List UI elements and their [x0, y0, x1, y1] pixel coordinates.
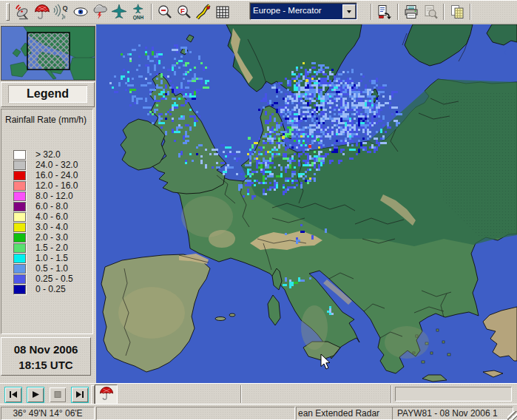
satellite-button[interactable]	[13, 2, 33, 21]
legend-color-swatch	[13, 285, 26, 294]
play-button[interactable]	[27, 387, 44, 403]
satellite-dish-icon	[15, 4, 31, 20]
printer-icon	[403, 4, 419, 20]
legend-entry-label: 8.0 - 12.0	[36, 191, 73, 201]
legend-subtitle: Rainfall Rate (mm/h)	[1, 109, 92, 125]
legend-entry: 24.0 - 32.0	[1, 160, 92, 170]
play-icon	[31, 390, 40, 400]
weather-radar-app: Q QNH F Europe - Mercator	[0, 0, 517, 420]
legend-entry-label: 12.0 - 16.0	[36, 180, 78, 191]
svg-text:QNH: QNH	[133, 15, 144, 20]
legend-color-swatch	[13, 202, 26, 211]
print-button[interactable]	[402, 2, 421, 21]
legend-color-swatch	[13, 233, 26, 243]
toolbar-separator	[371, 4, 372, 20]
overview-map-image	[1, 27, 95, 80]
legend-entry: > 32.0	[1, 149, 92, 160]
zoom-full-icon: F	[176, 4, 192, 20]
legend-entry: 1.0 - 1.5	[1, 253, 92, 263]
overview-map[interactable]	[1, 26, 95, 81]
legend-entry: 0.25 - 0.5	[1, 274, 92, 284]
step-back-icon	[9, 390, 18, 400]
radar-overlay	[96, 24, 517, 383]
umbrella-icon	[99, 386, 114, 403]
view-extent-rect[interactable]	[27, 33, 70, 70]
legend-title: Legend	[8, 85, 87, 103]
toolbar-separator	[240, 385, 242, 403]
mouse-cursor	[320, 354, 331, 370]
map-viewport[interactable]	[96, 24, 517, 383]
qnh-button[interactable]: QNH	[129, 2, 148, 21]
grid-button[interactable]	[213, 2, 232, 21]
legend-entry: 8.0 - 12.0	[1, 191, 92, 201]
step-forward-button[interactable]	[71, 387, 89, 403]
zoom-out-button[interactable]	[155, 2, 175, 21]
legend-entry-label: > 32.0	[36, 149, 61, 160]
legend-color-swatch	[13, 160, 26, 170]
product-name: ean Extended Radar	[296, 407, 393, 420]
legend-entry-label: 16.0 - 24.0	[36, 170, 78, 180]
toolbar-separator	[391, 385, 392, 403]
projection-dropdown[interactable]: Europe - Mercator	[250, 3, 357, 20]
dropdown-arrow-button[interactable]	[342, 4, 356, 18]
toolbar-separator	[470, 4, 471, 20]
zoom-full-button[interactable]: F	[175, 2, 194, 21]
legend-entry: 12.0 - 16.0	[1, 180, 92, 191]
legend-entries: > 32.0 24.0 - 32.0 16.0 - 24.0 12.0 - 16…	[1, 149, 92, 294]
legend-color-swatch	[13, 212, 26, 222]
stop-button[interactable]	[49, 387, 67, 403]
flight-button[interactable]	[109, 2, 129, 21]
airplane-qnh-icon: QNH	[130, 4, 146, 20]
chevron-down-icon	[347, 10, 351, 13]
grid-icon	[214, 4, 231, 20]
legend-title-panel: Legend	[1, 82, 95, 107]
date-text: 08 Nov 2006	[1, 342, 90, 357]
legend-entry: 0 - 0.25	[1, 284, 92, 294]
stop-icon	[53, 390, 62, 400]
precipitation-layer-toggle[interactable]	[95, 385, 118, 404]
toolbar-text-field[interactable]	[395, 387, 512, 402]
legend-entry-label: 1.0 - 1.5	[36, 253, 68, 263]
storm-cloud-icon	[92, 4, 108, 20]
projection-value: Europe - Mercator	[253, 6, 322, 15]
legend-entry-label: 6.0 - 8.0	[36, 201, 68, 211]
resize-grip[interactable]	[507, 411, 517, 420]
svg-text:F: F	[180, 6, 185, 14]
legend-entry-label: 0.25 - 0.5	[36, 274, 73, 284]
sidebar: Legend Rainfall Rate (mm/h) > 32.0 24.0 …	[0, 24, 98, 383]
export-button[interactable]	[375, 2, 394, 21]
toolbar-grip[interactable]	[6, 3, 10, 21]
legend-color-swatch	[13, 192, 26, 201]
legend-entry: 0.5 - 1.0	[1, 263, 92, 274]
export-icon	[376, 4, 393, 20]
copy-button[interactable]	[447, 2, 467, 21]
legend-entry: 6.0 - 8.0	[1, 201, 92, 211]
airplane-icon	[111, 4, 127, 20]
legend-box: Rainfall Rate (mm/h) > 32.0 24.0 - 32.0 …	[1, 109, 93, 334]
legend-color-swatch	[13, 243, 26, 253]
route-button[interactable]	[194, 2, 213, 21]
legend-entry: 3.0 - 4.0	[1, 222, 92, 232]
main-toolbar: Q QNH F Europe - Mercator	[0, 0, 517, 24]
view-button[interactable]	[71, 2, 90, 21]
legend-entry-label: 0 - 0.25	[36, 284, 66, 294]
step-back-button[interactable]	[4, 387, 22, 403]
legend-color-swatch	[13, 223, 26, 232]
time-text: 18:15 UTC	[1, 357, 90, 373]
legend-entry: 1.5 - 2.0	[1, 243, 92, 253]
precipitation-button[interactable]	[33, 2, 52, 21]
print-preview-button[interactable]	[421, 2, 440, 21]
radar-waves-icon: Q	[53, 4, 70, 20]
radar-quality-button[interactable]: Q	[52, 2, 71, 21]
storm-button[interactable]	[90, 2, 109, 21]
zoom-out-icon	[157, 4, 173, 20]
eye-icon	[72, 4, 89, 20]
legend-entry-label: 24.0 - 32.0	[36, 160, 78, 170]
svg-text:Q: Q	[62, 4, 67, 12]
toolbar-separator	[443, 4, 445, 20]
legend-entry: 2.0 - 3.0	[1, 232, 92, 243]
bulletin-id: PAYW81 - 08 Nov 2006 1	[392, 407, 513, 420]
cursor-coordinates: 36° 49'N 14° 06'E	[1, 407, 95, 420]
legend-color-swatch	[13, 171, 26, 180]
status-bar: 36° 49'N 14° 06'E ean Extended Radar PAY…	[0, 404, 517, 420]
